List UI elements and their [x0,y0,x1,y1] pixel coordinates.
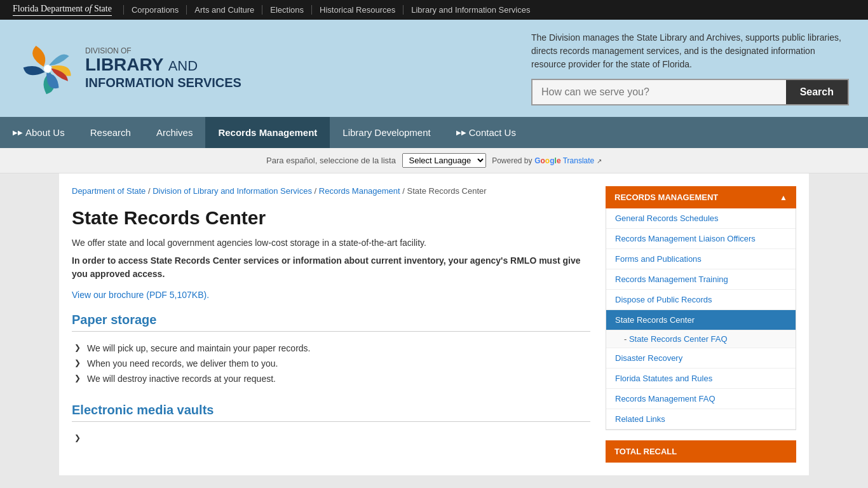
nav-archives-label: Archives [156,127,193,138]
paper-storage-title: Paper storage [72,313,590,332]
content-wrapper: Department of State / Division of Librar… [59,173,809,475]
header-left: DIVISION OF LIBRARY and INFORMATION SERV… [19,40,241,97]
sidebar-link-rm-faq[interactable]: Records Management FAQ [606,389,796,409]
breadcrumb-sep-3: / [402,186,407,196]
nav-about-us[interactable]: ▶▶ About Us [0,117,78,148]
intro-text: We offer state and local government agen… [72,238,590,248]
header: DIVISION OF LIBRARY and INFORMATION SERV… [0,20,868,117]
division-of-label: DIVISION OF [85,46,241,55]
search-button[interactable]: Search [786,80,848,104]
language-select[interactable]: Select Language [402,153,486,168]
total-recall-title: TOTAL RECALL [614,447,677,456]
header-description: The Division manages the State Library a… [531,31,849,71]
sidebar-link-general-records[interactable]: General Records Schedules [606,208,796,229]
top-nav-elections[interactable]: Elections [262,5,312,15]
external-link-icon: ↗ [597,158,602,165]
search-input[interactable] [532,80,786,104]
state-logo: Florida Department of State [13,4,112,16]
sidebar-link-forms[interactable]: Forms and Publications [606,249,796,269]
header-right: The Division manages the State Library a… [531,31,849,105]
list-item: When you need records, we deliver them t… [72,356,590,371]
nav-about-us-label: About Us [25,127,65,138]
svg-point-0 [44,65,51,72]
breadcrumb-division[interactable]: Division of Library and Information Serv… [153,186,312,196]
sidebar-link-related[interactable]: Related Links [606,409,796,430]
sidebar: RECORDS MANAGEMENT ▲ General Records Sch… [606,186,796,463]
breadcrumb-current: State Records Center [407,186,487,196]
breadcrumb-records[interactable]: Records Management [319,186,400,196]
lang-bar: Para español, seleccione de la lista Sel… [0,148,868,173]
nav-contact-label: Contact Us [469,127,516,138]
google-brand: Google [534,156,563,165]
collapse-icon: ▲ [780,193,787,202]
electronic-title: Electronic media vaults [72,403,590,422]
nav-archives[interactable]: Archives [144,117,206,148]
division-text: DIVISION OF LIBRARY and INFORMATION SERV… [85,46,241,90]
sidebar-link-rmlo[interactable]: Records Management Liaison Officers [606,229,796,249]
arrow-icon: ▶▶ [13,129,23,136]
arrow-icon-2: ▶▶ [456,129,466,136]
sidebar-section-title: RECORDS MANAGEMENT [614,193,718,202]
info-services-label: INFORMATION SERVICES [85,75,241,90]
nav-records-management[interactable]: Records Management [205,117,330,148]
state-logo-text: Florida Department of State [13,4,112,13]
top-nav-arts[interactable]: Arts and Culture [187,5,262,15]
nav-contact-us[interactable]: ▶▶ Contact Us [444,117,529,148]
top-nav: Corporations Arts and Culture Elections … [123,5,538,15]
top-bar: Florida Department of State Corporations… [0,0,868,20]
nav-library-development[interactable]: Library Development [330,117,443,148]
list-item: We will destroy inactive records at your… [72,371,590,386]
paper-storage-list: We will pick up, secure and maintain you… [72,337,590,390]
nav-library-dev-label: Library Development [342,127,430,138]
breadcrumb-sep-2: / [315,186,319,196]
sidebar-link-dispose[interactable]: Dispose of Public Records [606,290,796,310]
sidebar-link-disaster[interactable]: Disaster Recovery [606,348,796,369]
sidebar-link-training[interactable]: Records Management Training [606,269,796,290]
nav-research[interactable]: Research [78,117,144,148]
list-item: We will pick up, secure and maintain you… [72,341,590,356]
list-item [72,431,590,436]
top-nav-corporations[interactable]: Corporations [123,5,187,15]
sidebar-links: General Records Schedules Records Manage… [606,208,796,430]
division-logo [19,40,76,97]
top-nav-historical[interactable]: Historical Resources [312,5,403,15]
main-content: Department of State / Division of Librar… [72,186,590,463]
breadcrumb: Department of State / Division of Librar… [72,186,590,196]
lang-bar-text: Para español, seleccione de la lista [266,156,396,165]
brochure-download-link[interactable]: View our brochure (PDF 5,107KB). [72,290,209,300]
sidebar-records-section: RECORDS MANAGEMENT ▲ General Records Sch… [606,186,796,430]
powered-by-text: Powered by [492,156,532,165]
sidebar-records-header[interactable]: RECORDS MANAGEMENT ▲ [606,186,796,208]
nav-research-label: Research [90,127,131,138]
sidebar-link-statutes[interactable]: Florida Statutes and Rules [606,369,796,389]
translate-link[interactable]: Translate [563,156,595,165]
main-nav: ▶▶ About Us Research Archives Records Ma… [0,117,868,148]
sidebar-link-state-records[interactable]: State Records Center [606,310,796,330]
total-recall-header: TOTAL RECALL [606,440,796,463]
electronic-list [72,427,590,440]
search-bar: Search [531,79,849,105]
access-notice: In order to access State Records Center … [72,254,590,281]
library-label: LIBRARY and [85,55,241,75]
brochure-link: View our brochure (PDF 5,107KB). [72,290,590,300]
top-nav-library[interactable]: Library and Information Services [403,5,538,15]
page-title: State Records Center [72,207,590,229]
breadcrumb-dept[interactable]: Department of State [72,186,146,196]
sidebar-link-faq[interactable]: State Records Center FAQ [606,330,796,348]
nav-records-label: Records Management [218,127,317,138]
